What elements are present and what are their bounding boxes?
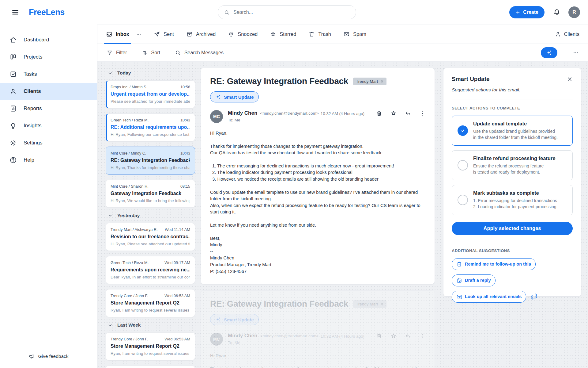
sender-avatar: MC (210, 110, 223, 123)
action-card-mark-subtasks[interactable]: Mark subtasks as complete 1. Error messa… (452, 185, 573, 215)
toolbar-more-icon[interactable] (573, 50, 579, 56)
action-card-finalize-refund[interactable]: Finalize refund processing feature Ensur… (452, 150, 573, 180)
ai-sparkle-button[interactable] (541, 47, 557, 58)
reply-icon[interactable] (405, 110, 411, 117)
email-title: RE: Gateway Integration Feedback (210, 76, 348, 86)
tab-trash[interactable]: Trash (308, 25, 331, 44)
sidebar-item-projects[interactable]: Projects (0, 48, 97, 66)
search-icon (224, 10, 230, 15)
sidebar-item-settings[interactable]: Settings (0, 134, 97, 151)
email-sender: Trendy Core / John F. (111, 293, 148, 298)
kebab-menu-icon[interactable] (419, 110, 425, 117)
regenerate-icon[interactable] (530, 293, 538, 300)
email-time: 08:15 (180, 184, 190, 189)
email-time: 10:43 (180, 151, 190, 155)
search-input[interactable] (233, 10, 350, 15)
section-header-last-week[interactable]: Last Week (107, 322, 195, 328)
email-list-item[interactable]: Green Tech / Reza M.Wed 09:17 AM Require… (106, 256, 195, 284)
email-snippet: Hi Ryan, Please see attached our updated… (111, 242, 190, 246)
gear-icon (9, 139, 17, 147)
tag-remove-icon[interactable] (380, 80, 384, 83)
email-list-item[interactable]: Trendy Core / John F.Wed 06:53 AM Store … (106, 332, 195, 360)
notifications-bell-icon[interactable] (553, 9, 560, 16)
email-list-item[interactable]: Trendy Core / John F.Wed 06:53 AM Store … (106, 289, 195, 317)
tab-sent[interactable]: Sent (154, 25, 174, 44)
email-sender: Drops Inc. / Martin S. (111, 85, 147, 89)
recipient-line: To: Me (228, 118, 319, 122)
section-header-yesterday[interactable]: Yesterday (107, 213, 195, 218)
tab-inbox[interactable]: Inbox (106, 25, 129, 44)
email-subject: RE: Gateway Integration Feedback (111, 158, 190, 163)
home-icon (9, 36, 17, 44)
clipboard-check-icon (9, 71, 17, 78)
email-timestamp: 10:32 AM (4 Hours ago) (321, 111, 364, 116)
star-email-icon[interactable] (390, 110, 397, 117)
close-icon[interactable] (567, 76, 573, 82)
email-time: Wed 06:53 AM (164, 337, 190, 341)
delete-email-icon[interactable] (376, 110, 382, 117)
email-sender: Trendy Mart / Aishwarya R. (111, 227, 158, 232)
filter-button[interactable]: Filter (107, 50, 127, 56)
action-card-update-email-template[interactable]: Update email template Use the updated br… (452, 116, 573, 146)
email-detail-card-faded: RE: Gateway Integration Feedback Trendy … (201, 290, 435, 368)
app-logo[interactable]: FreeLens (29, 8, 65, 17)
smart-update-button[interactable]: Smart Update (210, 91, 259, 102)
sidebar-item-dashboard[interactable]: Dashboard (0, 31, 97, 48)
email-time: Wed 11:14 AM (165, 227, 190, 232)
sparkles-icon (215, 94, 221, 100)
paper-plane-icon (154, 31, 160, 37)
email-list-item[interactable]: Drops Inc. / Martin S.10:56 Urgent reque… (106, 80, 195, 108)
email-detail-card: RE: Gateway Integration Feedback Trendy … (201, 68, 435, 284)
create-button[interactable]: Create (509, 6, 545, 18)
sender-name: Mindy Chen (228, 110, 257, 116)
email-snippet: Ryan, I am writing to request several is… (111, 351, 190, 356)
sidebar-item-clients[interactable]: Clients (0, 83, 97, 100)
inbox-more-icon[interactable] (136, 32, 141, 37)
sort-button[interactable]: Sort (142, 50, 160, 56)
tab-archived[interactable]: Archived (186, 25, 216, 44)
section-header-today[interactable]: Today (107, 70, 195, 76)
chevron-down-icon (107, 71, 113, 76)
clients-view-button[interactable]: Clients (555, 31, 579, 37)
email-list-item[interactable]: Trendy Core / John F.Wed 06:53 AM Store … (106, 366, 195, 368)
sidebar-item-tasks[interactable]: Tasks (0, 66, 97, 83)
inbox-icon (106, 31, 112, 37)
checked-circle-icon[interactable] (458, 125, 468, 136)
trash-icon (308, 31, 315, 37)
email-list-item[interactable]: Green Tech / Reza M.10:43 RE: Additional… (106, 113, 195, 141)
give-feedback-button[interactable]: Give feedback (0, 353, 97, 359)
radio-circle-icon[interactable] (458, 195, 468, 205)
email-snippet: Hi Ryan, We would like to bring the foll… (111, 198, 190, 203)
email-time: 10:56 (180, 85, 190, 89)
client-tag: Trendy Mart (353, 300, 386, 308)
global-search[interactable] (218, 5, 356, 19)
delete-email-icon (376, 333, 382, 339)
tab-snoozed[interactable]: Snoozed (228, 25, 258, 44)
sender-email: <mindy.chen@trendymart.com> (260, 111, 318, 116)
search-messages-button[interactable]: Search Messages (175, 50, 224, 56)
sidebar-item-reports[interactable]: Reports (0, 100, 97, 117)
tag-remove-icon (380, 302, 384, 306)
apply-selected-changes-button[interactable]: Apply selected changes (452, 222, 573, 235)
hamburger-menu-icon[interactable] (9, 6, 21, 18)
sparkles-icon (215, 316, 221, 323)
email-subject: Store Management Report Q2 (111, 300, 190, 306)
look-up-relevant-emails-button[interactable]: Look up all relevant emails (452, 291, 526, 303)
avatar[interactable]: R (568, 6, 580, 18)
draft-reply-button[interactable]: Draft a reply (452, 274, 496, 286)
email-list-item[interactable]: Trendy Mart / Aishwarya R.Wed 11:14 AM R… (106, 223, 195, 251)
email-subject: Store Management Report Q2 (111, 343, 190, 349)
email-list-item-selected[interactable]: Mint Core / Mindy C.10:43 RE: Gateway In… (106, 147, 195, 174)
email-sender: Green Tech / Reza M. (111, 118, 149, 122)
lightbulb-icon (9, 122, 17, 129)
bar-chart-icon (9, 105, 17, 112)
tab-spam[interactable]: Spam (343, 25, 366, 44)
email-list-item[interactable]: Mint Core / Sharon H.08:15 Gateway Integ… (106, 180, 195, 208)
tab-starred[interactable]: Starred (270, 25, 296, 44)
sidebar-item-insights[interactable]: Insights (0, 117, 97, 134)
email-time: Wed 09:17 AM (164, 260, 190, 265)
client-tag: Trendy Mart (353, 78, 386, 85)
remind-follow-up-button[interactable]: Remind me to follow-up on this (452, 258, 536, 270)
radio-circle-icon[interactable] (458, 160, 468, 171)
sidebar-item-help[interactable]: Help (0, 151, 97, 169)
